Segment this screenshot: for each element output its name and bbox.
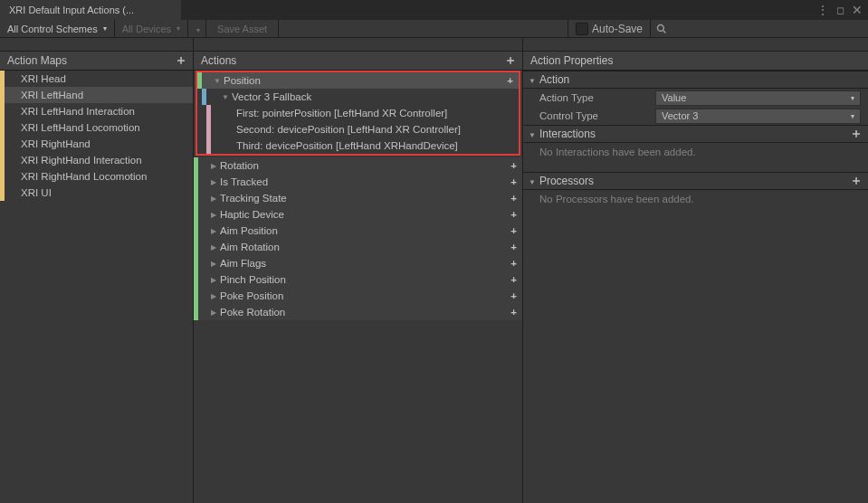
add-binding-button[interactable]: + [507,75,519,86]
auto-save-toggle[interactable]: Auto-Save [568,20,651,37]
action-row[interactable]: Poke Position+ [194,288,522,304]
action-label: Tracking State [220,193,510,204]
action-row[interactable]: Aim Flags+ [194,255,522,271]
add-processor-button[interactable]: ＋ [850,175,863,187]
add-binding-button[interactable]: + [510,274,522,285]
add-interaction-button[interactable]: ＋ [850,128,863,140]
chevron-icon[interactable] [207,276,220,284]
binding-row[interactable]: Second: devicePosition [LeftHand XR Cont… [197,121,519,138]
action-row[interactable]: Tracking State+ [194,190,522,206]
action-map-label: XRI LeftHand Interaction [5,106,193,117]
binding-marker [206,105,211,121]
chevron-icon[interactable] [207,162,220,170]
arrow-dropdown[interactable] [188,20,206,37]
action-marker [194,174,198,190]
chevron-icon[interactable] [207,308,220,317]
chevron-icon[interactable] [207,292,220,300]
control-type-label: Control Type [539,110,648,121]
action-marker [194,206,198,223]
action-row[interactable]: Haptic Device+ [194,206,522,223]
composite-marker [202,89,206,105]
action-marker [197,72,202,89]
add-binding-button[interactable]: + [510,290,522,301]
control-type-select[interactable]: Vector 3▾ [655,109,861,124]
processors-empty: No Processors have been added. [523,190,868,208]
auto-save-checkbox[interactable] [576,23,588,35]
devices-dropdown[interactable]: All Devices [115,20,188,37]
action-label: Pinch Position [220,274,510,285]
svg-point-0 [658,24,664,31]
binding-label: Second: devicePosition [LeftHand XR Cont… [236,124,519,135]
action-map-item[interactable]: XRI LeftHand Interaction [0,103,193,119]
composite-row[interactable]: Vector 3 Fallback [197,89,519,105]
chevron-icon[interactable] [219,93,232,101]
action-type-select[interactable]: Value▾ [655,90,861,106]
chevron-icon[interactable] [207,243,220,252]
action-label: Position [224,75,507,86]
window-tab[interactable]: XRI Default Input Actions (... [0,0,181,20]
add-binding-button[interactable]: + [510,193,522,204]
add-binding-button[interactable]: + [510,160,522,171]
action-row[interactable]: Pinch Position+ [194,271,522,288]
action-maps-header: Action Maps ＋ [0,51,193,71]
binding-label: Third: devicePosition [LeftHand XRHandDe… [236,140,519,151]
binding-row[interactable]: First: pointerPosition [LeftHand XR Cont… [197,105,519,121]
action-row[interactable]: Poke Rotation+ [194,304,522,320]
close-icon[interactable]: ✕ [852,3,863,17]
action-map-item[interactable]: XRI LeftHand Locomotion [0,119,193,136]
highlight-box: Position+Vector 3 FallbackFirst: pointer… [196,71,520,156]
svg-line-1 [663,30,666,33]
menu-icon[interactable]: ⋮ [816,3,829,17]
action-map-label: XRI RightHand [5,138,193,149]
action-map-label: XRI LeftHand [5,90,193,100]
action-row[interactable]: Position+ [197,72,519,89]
add-binding-button[interactable]: + [510,307,522,318]
action-row[interactable]: Is Tracked+ [194,174,522,190]
action-map-item[interactable]: XRI LeftHand [0,87,193,103]
action-map-label: XRI RightHand Locomotion [5,171,193,182]
action-marker [194,255,198,271]
action-map-item[interactable]: XRI RightHand Locomotion [0,168,193,185]
action-row[interactable]: Rotation+ [194,157,522,174]
add-action-map-button[interactable]: ＋ [175,54,187,67]
action-map-label: XRI RightHand Interaction [5,155,193,166]
add-binding-button[interactable]: + [510,176,522,187]
action-map-item[interactable]: XRI RightHand Interaction [0,152,193,168]
action-map-item[interactable]: XRI RightHand [0,136,193,152]
chevron-icon[interactable] [207,211,220,219]
control-schemes-dropdown[interactable]: All Control Schemes [0,20,115,37]
processors-section[interactable]: ▼Processors ＋ [523,172,868,190]
binding-label: First: pointerPosition [LeftHand XR Cont… [236,108,519,119]
action-map-item[interactable]: XRI Head [0,71,193,87]
action-row[interactable]: Aim Rotation+ [194,239,522,255]
add-binding-button[interactable]: + [510,209,522,220]
maximize-icon[interactable]: ◻ [836,5,844,16]
action-map-label: XRI LeftHand Locomotion [5,122,193,133]
binding-marker [206,138,211,154]
search-icon [656,24,667,34]
add-binding-button[interactable]: + [510,258,522,269]
add-binding-button[interactable]: + [510,242,522,252]
chevron-icon[interactable] [211,77,224,85]
action-row[interactable]: Aim Position+ [194,223,522,239]
action-section[interactable]: ▼Action [523,71,868,89]
chevron-icon[interactable] [207,260,220,268]
save-asset-button[interactable]: Save Asset [206,20,279,37]
binding-row[interactable]: Third: devicePosition [LeftHand XRHandDe… [197,138,519,154]
search-input[interactable] [651,20,868,37]
action-label: Aim Position [220,225,510,236]
action-marker [194,157,198,174]
add-binding-button[interactable]: + [510,225,522,236]
action-marker [194,288,198,304]
chevron-icon[interactable] [207,195,220,203]
chevron-icon[interactable] [207,227,220,235]
interactions-empty: No Interactions have been added. [523,143,868,161]
chevron-icon[interactable] [207,178,220,186]
action-label: Aim Flags [220,258,510,269]
action-marker [194,239,198,255]
add-action-button[interactable]: ＋ [504,54,517,67]
action-marker [194,271,198,288]
action-map-item[interactable]: XRI UI [0,185,193,201]
action-properties-header: Action Properties [523,51,868,71]
interactions-section[interactable]: ▼Interactions ＋ [523,125,868,143]
